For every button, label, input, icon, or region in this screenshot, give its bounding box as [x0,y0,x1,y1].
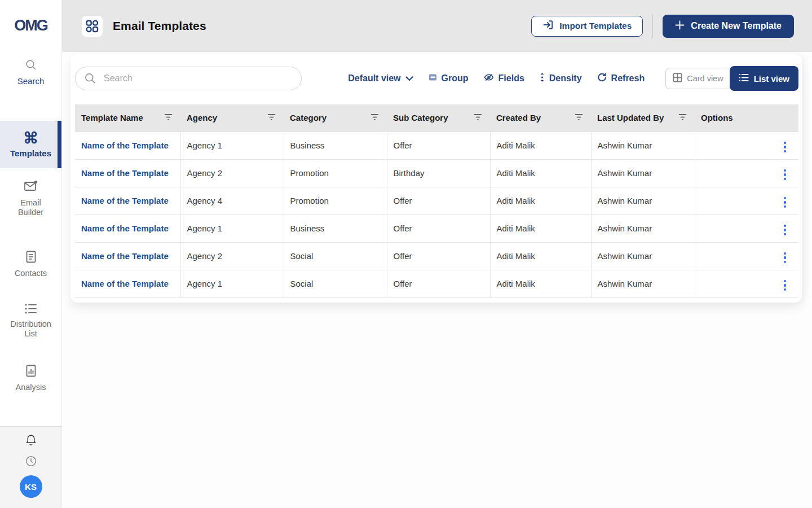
density-icon [540,73,545,84]
table-row: Name of the Template Agency 1 Business O… [75,214,798,242]
refresh-button[interactable]: Refresh [597,73,645,85]
table-row: Name of the Template Agency 2 Promotion … [75,159,798,187]
created-by-cell: Aditi Malik [490,270,591,297]
created-by-cell: Aditi Malik [490,159,591,187]
header-divider [652,14,653,38]
sidebar-item-label: Contacts [15,269,47,278]
category-cell: Business [284,214,387,242]
template-name-link[interactable]: Name of the Template [75,187,180,214]
sub-category-cell: Offer [387,187,490,214]
options-cell [695,270,798,297]
sidebar-item-label: Analysis [16,383,46,392]
density-button[interactable]: Density [540,73,582,84]
toolbar-controls: Default view Group [348,66,798,91]
agency-cell: Agency 1 [180,132,284,159]
template-name-link[interactable]: Name of the Template [75,270,180,297]
row-options-menu[interactable] [780,139,790,155]
sidebar-item-label: Distribution List [7,319,55,339]
column-header-category: Category [284,104,387,132]
row-options-menu[interactable] [780,250,790,266]
main-content: Default view Group [62,52,812,508]
last-updated-by-cell: Ashwin Kumar [591,270,695,297]
search-box [75,67,302,90]
template-name-link[interactable]: Name of the Template [75,214,180,242]
row-options-menu[interactable] [780,167,790,183]
refresh-icon [597,73,607,85]
column-header-template-name: Template Name [75,104,180,132]
row-options-menu[interactable] [780,222,790,238]
filter-icon[interactable] [575,113,583,122]
card-view-button[interactable]: Card view [665,68,731,89]
category-cell: Promotion [284,187,387,214]
sidebar-item-email-builder[interactable]: Email Builder [0,178,61,218]
sidebar-item-search[interactable]: Search [0,56,61,88]
sidebar-item-templates[interactable]: ⌘ Templates [0,121,61,168]
template-name-link[interactable]: Name of the Template [75,159,180,187]
eye-off-icon [484,73,494,84]
command-icon: ⌘ [23,131,38,146]
plus-icon [675,20,685,32]
agency-cell: Agency 2 [180,242,284,270]
top-header: Email Templates Import Templates Create … [62,0,812,52]
category-cell: Promotion [284,159,387,187]
fields-button[interactable]: Fields [484,73,524,84]
column-header-last-updated-by: Last Updated By [591,104,695,132]
card-view-label: Card view [687,74,723,83]
sidebar-item-analysis[interactable]: Analysis [0,362,61,394]
create-new-template-button[interactable]: Create New Template [663,15,794,38]
sidebar-footer: KS [0,426,61,508]
table-row: Name of the Template Agency 1 Business O… [75,132,798,159]
filter-icon[interactable] [678,113,687,122]
import-icon [542,19,554,33]
group-button[interactable]: Group [429,73,469,84]
clock-icon[interactable] [25,455,37,467]
view-dropdown-label: Default view [348,73,400,84]
header-actions: Import Templates Create New Template [531,14,794,38]
app-grid-icon [82,16,103,37]
filter-icon[interactable] [370,113,379,122]
view-toggle: Card view List view [665,66,798,91]
sidebar-item-label: Email Builder [13,198,49,217]
sidebar: OMG Search ⌘ Templates Email Builder [0,0,62,508]
column-label: Template Name [81,113,143,122]
list-view-button[interactable]: List view [730,66,798,91]
created-by-cell: Aditi Malik [490,132,591,159]
refresh-label: Refresh [611,73,645,84]
search-input[interactable] [75,67,302,90]
distribution-list-icon [24,303,38,317]
category-cell: Social [284,242,387,270]
last-updated-by-cell: Ashwin Kumar [591,132,695,159]
row-options-menu[interactable] [780,278,790,294]
density-label: Density [549,73,582,84]
options-cell [695,214,798,242]
last-updated-by-cell: Ashwin Kumar [591,242,695,270]
options-cell [695,159,798,187]
row-options-menu[interactable] [780,195,790,211]
list-view-icon [739,73,749,84]
template-name-link[interactable]: Name of the Template [75,132,180,159]
sidebar-item-label: Search [17,76,45,86]
avatar[interactable]: KS [20,475,42,498]
template-name-link[interactable]: Name of the Template [75,242,180,270]
sub-category-cell: Offer [387,270,490,297]
import-templates-label: Import Templates [559,21,632,31]
import-templates-button[interactable]: Import Templates [531,16,643,37]
column-label: Options [701,113,733,122]
sidebar-item-distribution-list[interactable]: Distribution List [0,299,61,342]
agency-cell: Agency 4 [180,187,284,214]
column-label: Created By [496,113,541,122]
filter-icon[interactable] [474,113,482,122]
email-icon [24,179,38,195]
options-cell [695,242,798,270]
brand-logo[interactable]: OMG [0,0,61,51]
created-by-cell: Aditi Malik [490,242,591,270]
view-dropdown[interactable]: Default view [348,73,413,84]
sidebar-item-contacts[interactable]: Contacts [0,248,61,280]
filter-icon[interactable] [267,113,276,122]
created-by-cell: Aditi Malik [490,214,591,242]
options-cell [695,132,798,159]
category-cell: Social [284,270,387,297]
agency-cell: Agency 1 [180,270,284,297]
filter-icon[interactable] [164,113,173,122]
bell-icon[interactable] [25,433,37,447]
